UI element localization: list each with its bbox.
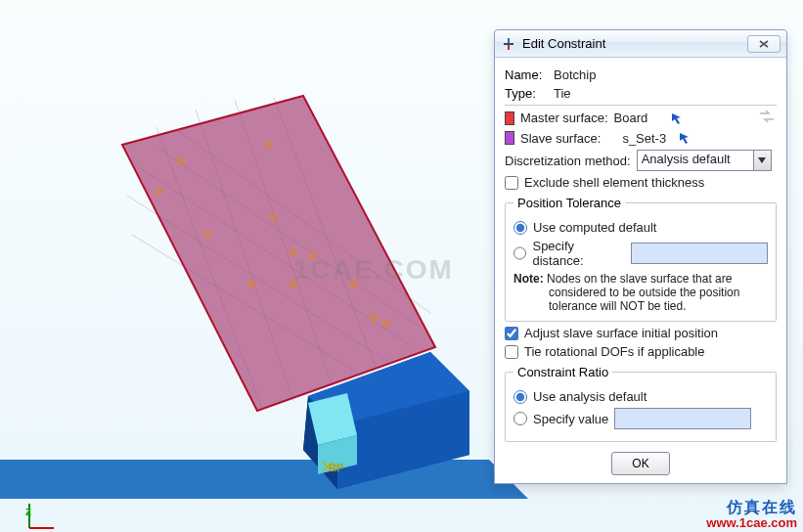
svg-rect-33 [508, 38, 510, 43]
specify-distance-radio[interactable] [513, 246, 526, 260]
select-master-icon[interactable] [669, 111, 685, 126]
use-analysis-default-radio[interactable] [513, 390, 527, 404]
brand-url: www.1cae.com [706, 516, 797, 530]
specify-value-label: Specify value [533, 412, 608, 426]
svg-rect-34 [508, 45, 510, 50]
brand-cn: 仿真在线 [706, 499, 797, 516]
edit-constraint-dialog: Edit Constraint Name: Botchip Type: Tie … [494, 29, 787, 484]
name-label: Name: [505, 67, 548, 82]
dialog-body: Name: Botchip Type: Tie Master surface: … [495, 58, 786, 483]
constraint-icon [501, 36, 516, 52]
specify-distance-label: Specify distance: [532, 239, 625, 268]
reference-point-label: RP [329, 462, 343, 473]
constraint-ratio-legend: Constraint Ratio [513, 365, 612, 379]
position-tolerance-legend: Position Tolerance [513, 196, 625, 210]
ok-button[interactable]: OK [611, 452, 670, 475]
svg-marker-7 [122, 96, 435, 411]
use-computed-default-label: Use computed default [533, 220, 656, 235]
slave-surface-swatch [505, 131, 514, 145]
svg-marker-0 [0, 460, 528, 499]
specify-value-input[interactable] [614, 408, 751, 429]
swap-surfaces-icon[interactable] [757, 110, 777, 126]
constraint-ratio-group: Constraint Ratio Use analysis default Sp… [505, 365, 777, 442]
dialog-titlebar[interactable]: Edit Constraint [495, 30, 786, 58]
adjust-slave-surface-label: Adjust slave surface initial position [524, 326, 718, 340]
dropdown-arrow-icon[interactable] [754, 150, 772, 171]
adjust-slave-surface-checkbox[interactable] [505, 327, 518, 340]
master-surface-value: Board [614, 111, 663, 125]
name-value: Botchip [554, 67, 596, 82]
exclude-shell-thickness-label: Exclude shell element thickness [524, 175, 704, 190]
use-computed-default-radio[interactable] [513, 221, 527, 235]
dialog-title: Edit Constraint [522, 36, 741, 51]
discretization-label: Discretization method: [505, 154, 631, 168]
type-label: Type: [505, 86, 548, 101]
master-surface-swatch [505, 111, 514, 125]
slave-surface-value: s_Set-3 [622, 131, 671, 146]
svg-rect-35 [504, 43, 513, 45]
select-slave-icon[interactable] [677, 130, 692, 146]
position-tolerance-group: Position Tolerance Use computed default … [505, 196, 777, 322]
exclude-shell-thickness-checkbox[interactable] [505, 176, 518, 190]
specify-distance-input[interactable] [631, 243, 768, 264]
use-analysis-default-label: Use analysis default [533, 389, 647, 404]
tie-rotational-dofs-label: Tie rotational DOFs if applicable [524, 344, 705, 359]
position-tolerance-note: Note: Nodes on the slave surface that ar… [513, 272, 768, 313]
slave-surface-label: Slave surface: [520, 131, 601, 146]
type-value: Tie [554, 86, 571, 101]
specify-value-radio[interactable] [513, 412, 527, 425]
tie-rotational-dofs-checkbox[interactable] [505, 345, 518, 359]
discretization-select[interactable]: Analysis default [637, 150, 754, 171]
brand-watermark: 仿真在线 www.1cae.com [706, 499, 797, 530]
close-button[interactable] [747, 35, 781, 53]
axis-z-label: z [25, 505, 31, 518]
master-surface-label: Master surface: [520, 111, 608, 125]
